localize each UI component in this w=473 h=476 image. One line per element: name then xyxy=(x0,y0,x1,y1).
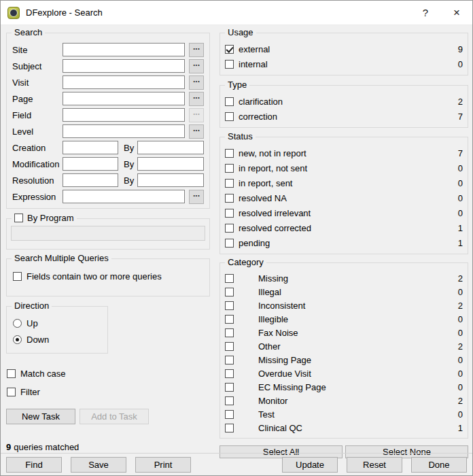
by-program-checkbox[interactable] xyxy=(14,214,23,222)
filter-checkbox[interactable] xyxy=(225,288,234,296)
filter-item-row[interactable]: in report, not sent 0 xyxy=(220,160,468,175)
filter-item-row[interactable]: Other 2 xyxy=(220,339,468,353)
filter-item-row[interactable]: Overdue Visit 0 xyxy=(220,367,468,380)
filter-checkbox[interactable] xyxy=(225,149,234,158)
action-button[interactable]: Save xyxy=(71,457,126,473)
filter-checkbox[interactable] xyxy=(225,383,234,392)
direction-group-title: Direction xyxy=(12,301,52,311)
program-input xyxy=(11,226,205,241)
filter-checkbox[interactable] xyxy=(225,410,234,419)
filter-checkbox[interactable] xyxy=(225,369,234,378)
filter-item-row[interactable]: resolved NA 0 xyxy=(220,190,468,205)
help-button[interactable]: ? xyxy=(410,1,441,24)
search-text-input[interactable] xyxy=(63,124,185,138)
filter-item-label: internal xyxy=(239,59,268,69)
filter-item-row[interactable]: pending 1 xyxy=(220,235,468,250)
filter-checkbox[interactable] xyxy=(225,209,234,218)
filter-checkbox[interactable] xyxy=(225,356,234,364)
radio-button[interactable] xyxy=(13,319,22,328)
filter-checkbox[interactable] xyxy=(225,194,234,203)
filter-checkbox[interactable] xyxy=(225,274,234,283)
action-button[interactable]: Update xyxy=(282,457,338,473)
lookup-ellipsis-button[interactable]: ... xyxy=(189,92,204,106)
action-button[interactable]: Print xyxy=(135,457,191,473)
lookup-ellipsis-button[interactable]: ... xyxy=(189,59,204,73)
filter-item-row[interactable]: correction 7 xyxy=(220,109,468,124)
lookup-ellipsis-button[interactable]: ... xyxy=(189,108,204,122)
date-input[interactable] xyxy=(63,157,118,171)
task-button[interactable]: Add to Task xyxy=(80,409,149,424)
search-text-input[interactable] xyxy=(63,75,185,89)
filter-item-row[interactable]: Illegal 0 xyxy=(220,285,468,299)
multi-checkbox-row[interactable]: Fields contain two or more queries xyxy=(7,269,209,284)
action-button[interactable]: Find xyxy=(6,457,62,473)
by-program-checkbox-row[interactable]: By Program xyxy=(12,213,77,223)
filter-item-row[interactable]: Clinical QC 1 xyxy=(220,421,468,435)
filter-checkbox[interactable] xyxy=(225,179,234,188)
filter-checkbox[interactable] xyxy=(225,301,234,310)
filter-item-row[interactable]: clarification 2 xyxy=(220,94,468,109)
task-button[interactable]: New Task xyxy=(6,409,75,424)
direction-option-row[interactable]: Down xyxy=(7,331,107,347)
lookup-ellipsis-button[interactable]: ... xyxy=(189,190,204,204)
filter-item-label: Other xyxy=(258,341,281,352)
expression-input[interactable] xyxy=(63,190,185,203)
filter-checkbox[interactable] xyxy=(225,112,234,121)
filter-item-row[interactable]: in report, sent 0 xyxy=(220,175,468,190)
filter-item-row[interactable]: Illegible 0 xyxy=(220,312,468,326)
filter-checkbox[interactable] xyxy=(225,239,234,248)
filter-item-row[interactable]: Monitor 2 xyxy=(220,394,468,407)
filter-item-row[interactable]: Fax Noise 0 xyxy=(220,326,468,339)
filter-checkbox[interactable] xyxy=(7,388,16,396)
filter-item-row[interactable]: Test 0 xyxy=(220,407,468,421)
filter-checkbox[interactable] xyxy=(225,45,234,54)
filter-item-label: Illegible xyxy=(258,314,288,324)
match-case-row[interactable]: Match case xyxy=(6,367,210,379)
lookup-ellipsis-button[interactable]: ... xyxy=(189,43,204,57)
filter-checkbox[interactable] xyxy=(225,396,234,405)
filter-item-row[interactable]: Inconsistent 2 xyxy=(220,299,468,312)
filter-item-row[interactable]: EC Missing Page 0 xyxy=(220,380,468,394)
filter-item-label: correction xyxy=(239,112,277,122)
search-date-row: Modification By xyxy=(7,156,209,172)
filter-checkbox[interactable] xyxy=(225,342,234,351)
filter-row[interactable]: Filter xyxy=(6,386,210,398)
action-button[interactable]: Done xyxy=(411,457,467,473)
by-user-input[interactable] xyxy=(137,141,204,154)
filter-checkbox[interactable] xyxy=(225,424,234,432)
by-program-label: By Program xyxy=(27,213,74,223)
filter-checkbox[interactable] xyxy=(225,164,234,173)
search-text-input[interactable] xyxy=(63,108,185,122)
filter-checkbox[interactable] xyxy=(225,315,234,324)
by-user-input[interactable] xyxy=(137,173,204,187)
by-program-group: By Program xyxy=(6,218,210,250)
search-text-input[interactable] xyxy=(63,59,185,73)
lookup-ellipsis-button[interactable]: ... xyxy=(189,124,204,139)
filter-item-row[interactable]: new, not in report 7 xyxy=(220,146,468,160)
date-input[interactable] xyxy=(63,141,118,154)
filter-item-row[interactable]: internal 0 xyxy=(220,56,468,71)
filter-item-row[interactable]: external 9 xyxy=(220,41,468,56)
filter-checkbox[interactable] xyxy=(225,97,234,106)
filter-item-row[interactable]: resolved corrected 1 xyxy=(220,220,468,235)
queries-matched-status: 9queries matched xyxy=(6,442,210,452)
date-input[interactable] xyxy=(63,173,118,187)
multi-checkbox[interactable] xyxy=(13,272,22,281)
filter-checkbox[interactable] xyxy=(225,60,234,69)
search-date-row: Resolution By xyxy=(7,172,209,188)
filter-item-row[interactable]: Missing 2 xyxy=(220,271,468,285)
filter-item-row[interactable]: Missing Page 0 xyxy=(220,353,468,367)
search-text-input[interactable] xyxy=(63,43,185,56)
radio-button[interactable] xyxy=(13,335,22,344)
filter-item-row[interactable]: resolved irrelevant 0 xyxy=(220,205,468,220)
close-button[interactable]: × xyxy=(441,1,472,24)
by-user-input[interactable] xyxy=(137,157,204,171)
filter-checkbox[interactable] xyxy=(225,328,234,337)
action-button[interactable]: Reset xyxy=(347,457,402,473)
filter-checkbox[interactable] xyxy=(225,224,234,233)
search-text-input[interactable] xyxy=(63,92,185,105)
match-case-checkbox[interactable] xyxy=(7,369,16,378)
lookup-ellipsis-button[interactable]: ... xyxy=(189,75,204,90)
filter-item-label: resolved irrelevant xyxy=(239,208,311,218)
direction-option-row[interactable]: Up xyxy=(7,315,107,331)
